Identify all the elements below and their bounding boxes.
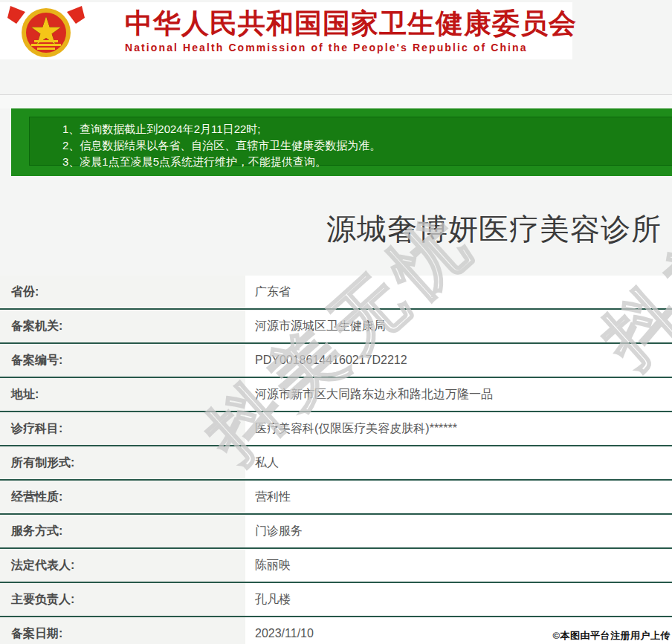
table-row: 备案编号: PDY00186144160217D2212 [0,344,672,378]
record-table: 省份: 广东省 备案机关: 河源市源城区卫生健康局 备案编号: PDY00186… [0,276,672,644]
field-label: 备案编号: [0,344,245,377]
field-label: 所有制形式: [0,446,245,479]
field-value: 门诊服务 [245,515,672,547]
national-emblem-icon [6,4,86,58]
field-label: 备案日期: [0,617,245,644]
field-value: 私人 [245,446,672,479]
table-row: 法定代表人: 陈丽映 [0,549,672,583]
clinic-name-title: 源城奢博妍医疗美容诊所 [326,209,662,250]
notice-line: 1、查询数据截止到2024年2月11日22时; [62,121,672,137]
table-row: 省份: 广东省 [0,276,672,310]
field-value: PDY00186144160217D2212 [245,344,672,377]
field-value: 广东省 [245,276,672,308]
field-value: 孔凡楼 [245,583,672,616]
header-strip [0,95,672,108]
field-value: 医疗美容科(仅限医疗美容皮肤科)****** [245,412,672,445]
field-label: 地址: [0,378,245,411]
notice-line: 2、信息数据结果以各省、自治区、直辖市卫生健康委数据为准。 [62,137,672,154]
site-title-en: National Health Commission of the People… [125,42,577,53]
site-title-cn: 中华人民共和国国家卫生健康委员会 [125,9,577,39]
notice-line: 3、凌晨1点至凌晨5点系统进行维护，不能提供查询。 [62,154,672,170]
notice-box: 1、查询数据截止到2024年2月11日22时; 2、信息数据结果以各省、自治区、… [11,108,672,176]
field-label: 服务方式: [0,515,245,547]
field-value: 营利性 [245,481,672,513]
notice-box-inner: 1、查询数据截止到2024年2月11日22时; 2、信息数据结果以各省、自治区、… [29,117,672,166]
field-label: 经营性质: [0,481,245,513]
header-text: 中华人民共和国国家卫生健康委员会 National Health Commiss… [125,9,577,53]
table-row: 所有制形式: 私人 [0,446,672,481]
image-credit-watermark: ©本图由平台注册用户上传 [552,629,671,643]
table-row: 服务方式: 门诊服务 [0,515,672,549]
field-value: 陈丽映 [245,549,672,582]
field-label: 法定代表人: [0,549,245,582]
table-row: 主要负责人: 孔凡楼 [0,583,672,617]
table-row: 备案机关: 河源市源城区卫生健康局 [0,310,672,344]
field-label: 省份: [0,276,245,308]
site-header: 中华人民共和国国家卫生健康委员会 National Health Commiss… [0,2,572,59]
field-label: 备案机关: [0,310,245,342]
field-label: 主要负责人: [0,583,245,616]
field-value: 河源市新市区大同路东边永和路北边万隆一品 [245,378,672,411]
table-row: 诊疗科目: 医疗美容科(仅限医疗美容皮肤科)****** [0,412,672,446]
field-label: 诊疗科目: [0,412,245,445]
table-row: 地址: 河源市新市区大同路东边永和路北边万隆一品 [0,378,672,412]
table-row: 经营性质: 营利性 [0,481,672,515]
field-value: 河源市源城区卫生健康局 [245,310,672,342]
